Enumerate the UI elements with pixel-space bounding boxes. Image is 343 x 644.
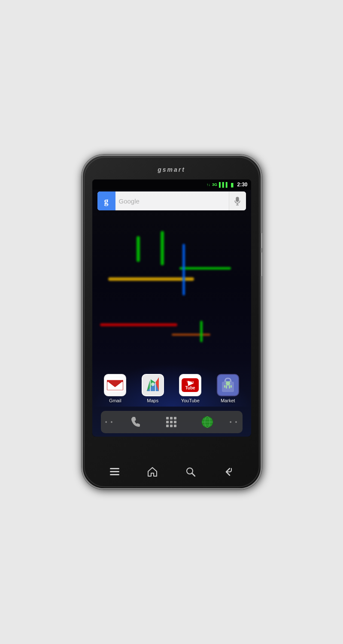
svg-text:Tube: Tube — [185, 386, 196, 390]
time-display: 2:30 — [237, 182, 247, 188]
youtube-icon: You Tube — [179, 374, 201, 396]
svg-rect-22 — [229, 385, 230, 389]
search-input[interactable]: Google — [115, 197, 229, 205]
youtube-label: YouTube — [181, 398, 200, 403]
menu-button[interactable] — [107, 464, 122, 480]
streak-blue — [182, 244, 185, 295]
streak-red — [100, 323, 177, 326]
volume-down-button[interactable] — [261, 252, 263, 276]
streak-orange — [172, 334, 210, 336]
network-icon: ↑↓ — [206, 182, 210, 187]
svg-rect-41 — [110, 468, 119, 469]
gmail-icon — [104, 374, 126, 396]
back-button[interactable] — [221, 464, 236, 480]
google-logo: g — [97, 191, 115, 210]
home-button[interactable] — [145, 464, 160, 480]
maps-icon — [142, 374, 164, 396]
svg-rect-24 — [231, 385, 232, 388]
brand-label: gsmart — [83, 166, 261, 173]
dock-left-side: • • — [101, 419, 118, 425]
svg-rect-34 — [170, 425, 173, 427]
streak-green-4 — [137, 236, 140, 262]
market-icon — [217, 374, 239, 396]
svg-point-11 — [151, 383, 155, 386]
bottom-dock: • • — [101, 411, 243, 433]
home-screen-apps: Gmail — [92, 374, 251, 403]
svg-rect-28 — [170, 417, 173, 419]
svg-rect-30 — [166, 421, 169, 423]
gmail-label: Gmail — [109, 398, 121, 403]
dock-right-side: • • — [225, 419, 243, 425]
dock-left-dots: • • — [105, 419, 114, 425]
svg-rect-27 — [166, 417, 169, 419]
network-type: 3G — [212, 182, 217, 187]
svg-rect-33 — [166, 425, 169, 427]
maps-label: Maps — [147, 398, 158, 403]
streak-green-2 — [161, 231, 164, 265]
svg-rect-42 — [110, 471, 119, 472]
app-icons-row: Gmail — [92, 367, 251, 410]
svg-rect-23 — [224, 385, 225, 388]
svg-rect-0 — [236, 197, 239, 202]
app-item-market[interactable]: Market — [213, 374, 243, 403]
app-item-youtube[interactable]: You Tube YouTube — [175, 374, 205, 403]
streak-yellow — [108, 277, 194, 281]
apps-grid-button[interactable] — [162, 413, 181, 431]
svg-rect-35 — [174, 425, 176, 427]
volume-up-button[interactable] — [261, 233, 263, 248]
svg-rect-43 — [110, 474, 119, 475]
google-search-bar[interactable]: g Google — [97, 191, 246, 210]
home-screen[interactable]: ↑↓ 3G ▌▌▌ ▮ 2:30 g Google — [92, 179, 251, 437]
svg-rect-32 — [174, 421, 176, 423]
hardware-nav-bar — [83, 464, 261, 480]
market-label: Market — [221, 398, 235, 403]
phone-dock-button[interactable] — [126, 413, 145, 431]
status-bar: ↑↓ 3G ▌▌▌ ▮ 2:30 — [92, 179, 251, 190]
svg-rect-31 — [170, 421, 173, 423]
search-button[interactable] — [183, 464, 198, 480]
mic-icon — [234, 196, 241, 206]
phone-device: gsmart ↑↓ 3G ▌▌▌ ▮ 2:30 — [82, 155, 262, 489]
dock-center-buttons — [118, 413, 225, 431]
browser-dock-button[interactable] — [198, 413, 217, 431]
battery-icon: ▮ — [231, 182, 234, 188]
svg-rect-21 — [226, 385, 227, 389]
app-item-gmail[interactable]: Gmail — [100, 374, 130, 403]
voice-search-button[interactable] — [229, 191, 246, 210]
phone-screen: ↑↓ 3G ▌▌▌ ▮ 2:30 g Google — [92, 179, 251, 437]
dock-right-dots: • • — [230, 419, 238, 425]
search-placeholder: Google — [119, 197, 140, 205]
signal-icon: ▌▌▌ — [219, 182, 229, 187]
svg-rect-29 — [174, 417, 176, 419]
streak-green-1 — [179, 267, 231, 270]
svg-line-45 — [192, 473, 195, 476]
app-item-maps[interactable]: Maps — [138, 374, 168, 403]
streak-green-3 — [200, 321, 203, 342]
google-g-letter: g — [104, 196, 109, 206]
